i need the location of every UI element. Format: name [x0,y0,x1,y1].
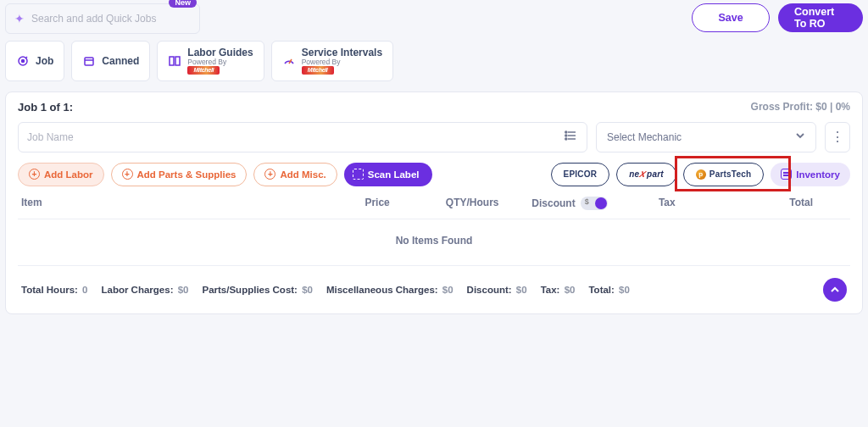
target-icon [16,54,30,68]
add-misc-button[interactable]: + Add Misc. [253,163,337,186]
book-icon [168,54,181,68]
select-mechanic[interactable]: Select Mechanic [596,122,816,152]
sparkle-icon: ✦ [14,12,25,25]
save-button[interactable]: Save [692,3,770,32]
collapse-job-button[interactable] [823,278,847,302]
quick-jobs-search[interactable]: ✦ Search and add Quick Jobs [5,3,200,34]
gross-profit: Gross Profit: $0 | 0% [751,101,850,113]
plus-icon: + [29,169,40,180]
tab-job[interactable]: Job [5,41,64,81]
svg-point-5 [565,138,567,140]
svg-point-1 [22,59,25,62]
col-tax: Tax [618,197,715,210]
col-total: Total [715,197,847,210]
job-card: Job 1 of 1: Gross Profit: $0 | 0% Job Na… [5,92,863,314]
scan-icon [353,169,364,180]
items-table-header: Item Price QTY/Hours Discount $ Tax Tota… [18,186,850,219]
convert-to-ro-button[interactable]: Convert To RO [778,3,863,32]
mitchell-logo: Mitchell [187,66,220,75]
new-badge: New [169,0,197,8]
scan-label-button[interactable]: Scan Label [344,163,433,186]
col-discount: Discount $ [521,197,619,210]
job-name-input[interactable]: Job Name [18,122,587,152]
inventory-button[interactable]: Inventory [771,163,850,186]
mitchell-logo: Mitchell [302,66,334,75]
search-placeholder: Search and add Quick Jobs [31,13,156,25]
svg-point-4 [565,135,567,136]
col-qty: QTY/Hours [424,197,521,210]
job-more-menu[interactable]: ⋮ [825,122,850,152]
plus-icon: + [122,169,133,180]
job-header: Job 1 of 1: [18,101,73,114]
discount-type-toggle[interactable]: $ [581,197,608,210]
gauge-icon [282,54,296,68]
col-item: Item [21,197,292,210]
list-icon[interactable] [565,129,578,145]
chevron-down-icon [795,130,805,143]
tab-labor-guides[interactable]: Labor Guides Powered By Mitchell [157,41,264,81]
inventory-icon [781,169,792,180]
add-labor-button[interactable]: + Add Labor [18,163,104,186]
col-price: Price [292,197,424,210]
partstech-icon: p [696,169,706,180]
tab-service-intervals[interactable]: Service Intervals Powered By Mitchell [271,41,393,81]
epicor-button[interactable]: EPICOR [551,163,610,186]
plus-icon: + [264,169,275,180]
tab-canned[interactable]: Canned [71,41,150,81]
partstech-button[interactable]: p PartsTech [683,163,764,186]
svg-rect-2 [85,58,93,65]
job-summary: Total Hours: 0 Labor Charges: $0 Parts/S… [18,266,850,302]
nexpart-button[interactable]: neXpart [616,163,676,186]
svg-point-3 [565,131,567,133]
box-icon [82,54,96,68]
no-items-found: No Items Found [18,219,850,266]
add-parts-supplies-button[interactable]: + Add Parts & Supplies [111,163,248,186]
